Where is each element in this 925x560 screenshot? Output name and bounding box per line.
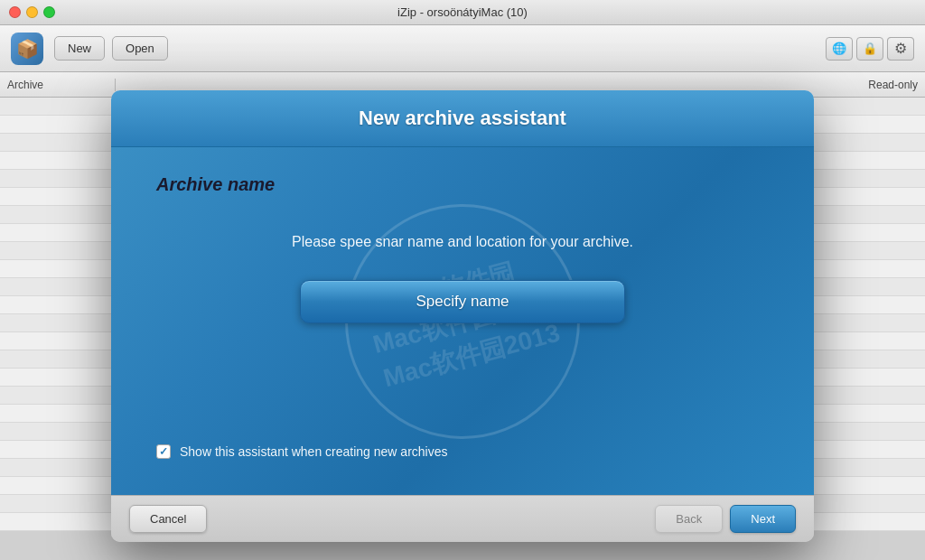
gear-icon: ⚙ bbox=[894, 40, 907, 57]
open-button[interactable]: Open bbox=[112, 36, 168, 61]
toolbar: 📦 New Open 🌐 🔒 ⏏ ⚙ bbox=[0, 25, 925, 72]
globe-icon-button[interactable]: 🌐 bbox=[826, 37, 853, 61]
modal-overlay: New archive assistant Mac软件园Mac软件园.comMa… bbox=[0, 72, 925, 560]
checkbox-area: ✓ Show this assistant when creating new … bbox=[156, 444, 769, 459]
checkbox-label: Show this assistant when creating new ar… bbox=[180, 444, 447, 459]
specify-name-button[interactable]: Specify name bbox=[300, 280, 625, 323]
globe-icon: 🌐 bbox=[832, 42, 846, 55]
dialog-body: Mac软件园Mac软件园.comMac软件园2013 Archive name … bbox=[111, 147, 814, 495]
main-area: Archive Read-only New a bbox=[0, 72, 925, 560]
minimize-button[interactable] bbox=[26, 6, 38, 18]
next-button[interactable]: Next bbox=[730, 505, 796, 533]
window-title: iZip - orsoönátyiMac (10) bbox=[397, 5, 528, 19]
lock-icon: 🔒 bbox=[863, 42, 877, 55]
dialog: New archive assistant Mac软件园Mac软件园.comMa… bbox=[111, 90, 814, 542]
section-title: Archive name bbox=[156, 174, 769, 195]
titlebar: iZip - orsoönátyiMac (10) bbox=[0, 0, 925, 25]
show-assistant-checkbox[interactable]: ✓ bbox=[156, 444, 171, 459]
back-button[interactable]: Back bbox=[655, 505, 723, 533]
dialog-footer: Cancel Back Next bbox=[111, 495, 814, 542]
footer-right: Back Next bbox=[655, 505, 796, 533]
dialog-header: New archive assistant bbox=[111, 90, 814, 147]
gear-button[interactable]: ⚙ bbox=[887, 37, 914, 61]
app-icon: 📦 bbox=[11, 33, 43, 65]
checkbox-check-icon: ✓ bbox=[159, 445, 168, 458]
maximize-button[interactable] bbox=[43, 6, 55, 18]
cancel-button[interactable]: Cancel bbox=[129, 505, 207, 533]
description-text: Please spee snar name and location for y… bbox=[156, 231, 769, 253]
dialog-title: New archive assistant bbox=[111, 107, 814, 130]
new-button[interactable]: New bbox=[54, 36, 105, 61]
close-button[interactable] bbox=[9, 6, 21, 18]
lock-icon-button[interactable]: 🔒 bbox=[856, 37, 883, 61]
traffic-lights bbox=[9, 6, 55, 18]
